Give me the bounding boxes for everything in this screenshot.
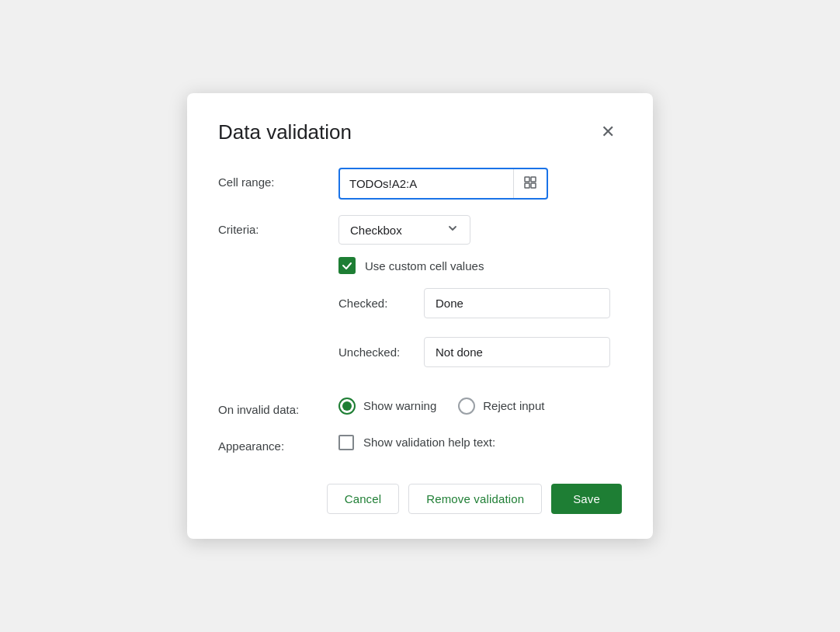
- criteria-control-area: Checkbox Use custom cell values Ch: [338, 215, 622, 380]
- close-button[interactable]: ✕: [594, 118, 622, 146]
- criteria-row: Criteria: Checkbox Use custom cell value…: [218, 215, 622, 380]
- cell-range-label: Cell range:: [218, 168, 338, 189]
- cell-range-input[interactable]: [340, 169, 513, 198]
- show-warning-option[interactable]: Show warning: [338, 398, 436, 415]
- dialog-title: Data validation: [218, 120, 352, 144]
- data-validation-dialog: Data validation ✕ Cell range: Cri: [187, 93, 653, 539]
- reject-input-option[interactable]: Reject input: [458, 398, 544, 415]
- svg-rect-2: [525, 183, 529, 188]
- unchecked-label: Unchecked:: [338, 346, 424, 359]
- show-warning-label: Show warning: [363, 399, 436, 412]
- custom-cell-values-label: Use custom cell values: [365, 259, 484, 273]
- reject-input-label: Reject input: [483, 399, 544, 412]
- show-help-text-checkbox[interactable]: [338, 435, 354, 450]
- show-warning-radio[interactable]: [338, 398, 356, 415]
- svg-rect-0: [525, 177, 529, 182]
- grid-select-button[interactable]: [513, 169, 547, 198]
- checked-label: Checked:: [338, 297, 424, 310]
- close-icon: ✕: [601, 122, 615, 142]
- dialog-footer: Cancel Remove validation Save: [218, 474, 622, 514]
- save-button[interactable]: Save: [551, 484, 622, 514]
- unchecked-input[interactable]: [424, 337, 610, 367]
- cell-range-input-wrapper: [338, 168, 548, 200]
- appearance-row: Appearance: Show validation help text:: [218, 432, 622, 453]
- dialog-header: Data validation ✕: [218, 118, 622, 146]
- reject-input-radio[interactable]: [458, 398, 475, 415]
- custom-cell-values-row: Use custom cell values: [338, 257, 622, 274]
- invalid-data-radio-group: Show warning Reject input: [338, 398, 544, 415]
- criteria-label: Criteria:: [218, 215, 338, 236]
- checked-input[interactable]: [424, 288, 610, 318]
- svg-rect-3: [531, 183, 536, 188]
- grid-icon: [523, 175, 537, 192]
- appearance-control: Show validation help text:: [338, 435, 495, 450]
- chevron-down-icon: [446, 222, 459, 238]
- cancel-button[interactable]: Cancel: [327, 484, 400, 514]
- show-help-text-label: Show validation help text:: [363, 436, 495, 449]
- remove-validation-button[interactable]: Remove validation: [408, 484, 542, 514]
- criteria-select[interactable]: Checkbox: [338, 215, 470, 245]
- criteria-selected-value: Checkbox: [350, 224, 446, 237]
- on-invalid-data-row: On invalid data: Show warning Reject inp…: [218, 395, 622, 416]
- cell-range-row: Cell range:: [218, 168, 622, 200]
- appearance-label: Appearance:: [218, 432, 338, 453]
- on-invalid-data-label: On invalid data:: [218, 395, 338, 416]
- unchecked-field-row: Unchecked:: [338, 337, 622, 367]
- svg-rect-1: [531, 177, 536, 182]
- checked-field-row: Checked:: [338, 288, 622, 318]
- custom-cell-values-checkbox[interactable]: [338, 257, 356, 274]
